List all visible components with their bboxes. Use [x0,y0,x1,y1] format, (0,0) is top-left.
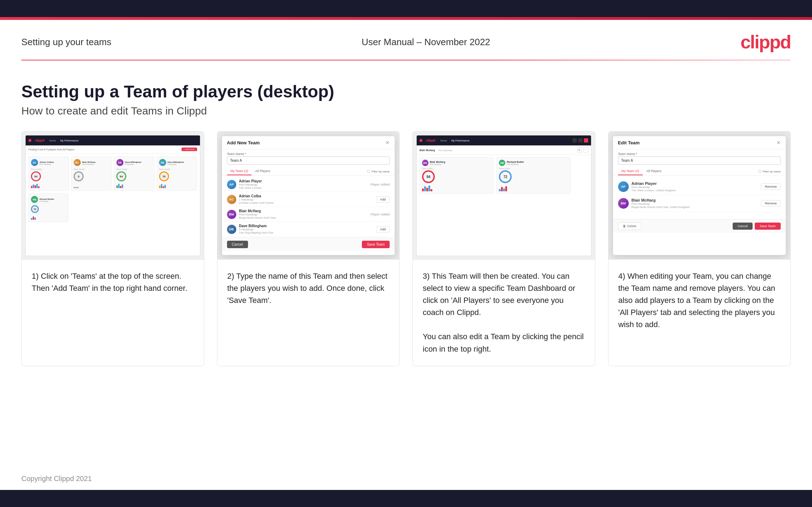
ss2-p2-details: Adrian Colba 1 HandicapCentral London Go… [239,194,274,204]
ss4-save-button[interactable]: Save Team [755,223,781,230]
ss2-p4-club: 5 HandicapThe Dog Mapling Golf Club [239,228,274,234]
ss1-p3-score: 94 [116,171,126,181]
ss3-header: Blair McHarg Plus Handicap ✎ ⋯ [417,145,591,155]
ss3-right-score: 72 [499,170,512,183]
ss1-players-grid: AC Adrian Collins Plus Handicap Player Q… [26,154,200,193]
ss2-filter-checkbox[interactable] [367,170,370,173]
ss4-player-1: AP Adrian Player Plus Handicap The Shire… [618,178,781,195]
page-subtitle: How to create and edit Teams in Clippd [21,105,791,117]
ss1-p4-bars [159,182,195,188]
ss4-p1-name: Adrian Player [632,181,676,186]
ss1-p4-club: 5 Handicap [168,163,184,165]
ss4-footer: 🗑 Delete Cancel Save Team [613,219,786,233]
ss1-p4-avatar: DB [159,159,166,166]
ss4-p1-info: AP Adrian Player Plus Handicap The Shire… [618,181,676,192]
screenshot-2: Add New Team ✕ Team Name * My Team (2) A… [217,132,400,260]
ss2-team-name-input[interactable] [227,156,390,165]
ss4-tab-allplayers[interactable]: All Players [643,167,665,175]
ss3-left-score: 94 [422,170,435,183]
ss3-dot [420,139,422,142]
ss3-header-info: Blair McHarg Plus Handicap [420,149,452,151]
ss4-p1-remove-btn[interactable]: Remove [761,183,781,190]
ss4-close-btn[interactable]: ✕ [776,140,781,145]
ss2-title: Add New Team [227,140,260,145]
ss4-delete-button[interactable]: 🗑 Delete [618,222,641,230]
header: Setting up your teams User Manual – Nove… [0,20,812,60]
ss1-header: Finding 5 out of 5 players from All Play… [26,145,200,154]
ss4-header: Edit Team ✕ [613,136,786,149]
ss2-p2-info: AC Adrian Colba 1 HandicapCentral London… [227,194,274,204]
ss1-header-title: Finding 5 out of 5 players from All Play… [28,148,74,151]
ss4-modal: Edit Team ✕ Team Name * My Team (2) All … [613,136,786,255]
ss2-p3-name: Blair McHarg [239,209,276,213]
ss2-p4-info: DB Dave Billingham 5 HandicapThe Dog Map… [227,224,274,234]
ss3-pencil-btn[interactable]: ✎ [577,148,582,153]
ss3-right-club: Plus Handicap [507,163,524,165]
ss3-team-name: Blair McHarg [420,149,435,151]
ss4-filter-checkbox[interactable] [758,170,761,173]
ss1-p3-bars [116,182,152,188]
ss2-p3-club: Plus HandicapRoyal North Devon Golf Club [239,213,276,219]
ss1-nav-links: Home My Performance [49,139,79,142]
ss2-p2-add-btn[interactable]: Add [376,196,390,203]
ss2-p1-details: Adrian Player Plus HandicapThe Shire Lon… [239,179,262,190]
ss3-left-quality: Player Quality [422,167,491,170]
ss1-p3-name: Dave Billingham [125,161,142,163]
ss1-p1-score: 84 [31,171,41,181]
ss4-team-name-input[interactable] [618,156,781,165]
ss4-p1-details: Adrian Player Plus Handicap The Shire Lo… [632,181,676,192]
card-2: Add New Team ✕ Team Name * My Team (2) A… [217,131,400,366]
ss3-action-3 [584,138,588,143]
ss3-left-avatar: BM [422,160,428,166]
screenshot-1: clippd Home My Performance Finding 5 out… [22,132,204,260]
ss2-p1-info: AP Adrian Player Plus HandicapThe Shire … [227,179,262,190]
ss2-modal: Add New Team ✕ Team Name * My Team (2) A… [222,136,395,255]
accent-bar [0,17,812,20]
cards-row: clippd Home My Performance Finding 5 out… [0,131,812,388]
ss3-nav-actions [573,138,588,143]
ss3-left-name: Blair McHarg [430,161,445,163]
ss3-right-bars [499,184,568,191]
ss4-cancel-button[interactable]: Cancel [733,223,753,230]
ss2-p3-status: Player Added [370,213,390,216]
ss3-action-2 [578,138,582,143]
ss1-p2-quality: Player Quality [74,168,109,170]
main-content: Setting up a Team of players (desktop) H… [0,60,812,468]
ss1-p3-quality: Player Quality [116,168,152,170]
ss4-action-btns: Cancel Save Team [733,223,781,230]
ss2-cancel-button[interactable]: Cancel [227,241,248,248]
ss2-close-btn[interactable]: ✕ [385,140,390,145]
ss1-player-1: AC Adrian Collins Plus Handicap Player Q… [28,156,69,191]
footer: Copyright Clippd 2021 [0,468,812,490]
ss3-inner: clippd Home My Performance [416,135,591,256]
ss1-player-2: BC Blair McHarg Plus Handicap Player Qua… [71,156,112,191]
ss3-nav-links: Home My Performance [441,139,470,142]
ss2-p4-add-btn[interactable]: Add [376,226,390,233]
ss3-nav: clippd Home My Performance [417,135,591,145]
ss2-p4-avatar: DB [227,225,236,234]
ss4-title: Edit Team [618,140,640,145]
ss2-filter-label: Filter by name [371,170,390,173]
ss3-more-btn[interactable]: ⋯ [583,148,588,153]
ss1-p4-name: Dave Billingham [168,161,184,163]
page-wrapper: Setting up your teams User Manual – Nove… [0,0,812,507]
ss1-p5-bars [31,214,66,220]
ss1-add-team-btn[interactable]: + Add Team [181,148,197,151]
ss4-p2-remove-btn[interactable]: Remove [761,200,781,207]
ss1-p5-score: 72 [31,205,39,213]
ss2-tab-allplayers[interactable]: All Players [252,167,274,175]
ss2-tab-myteam[interactable]: My Team (2) [227,167,252,175]
ss3-left-club: Plus Handicap [430,163,445,165]
ss4-p2-info: BM Blair McHarg Plus Handicap Royal Nort… [618,198,690,209]
ss3-link-teams: My Performance [451,139,469,142]
logo: clippd [740,31,791,53]
ss1-player-5: RB Richard Butler 3 Handicap 72 [28,193,68,222]
ss2-player-list: AP Adrian Player Plus HandicapThe Shire … [222,177,395,238]
ss4-tab-myteam[interactable]: My Team (2) [618,167,643,175]
ss4-p1-avatar: AP [618,181,629,192]
ss2-p3-avatar: BM [227,210,236,219]
ss1-p1-quality: Player Quality [31,168,67,170]
ss2-save-button[interactable]: Save Team [362,241,390,248]
ss1-p2-name: Blair McHarg [82,161,95,163]
ss2-p1-name: Adrian Player [239,179,262,183]
